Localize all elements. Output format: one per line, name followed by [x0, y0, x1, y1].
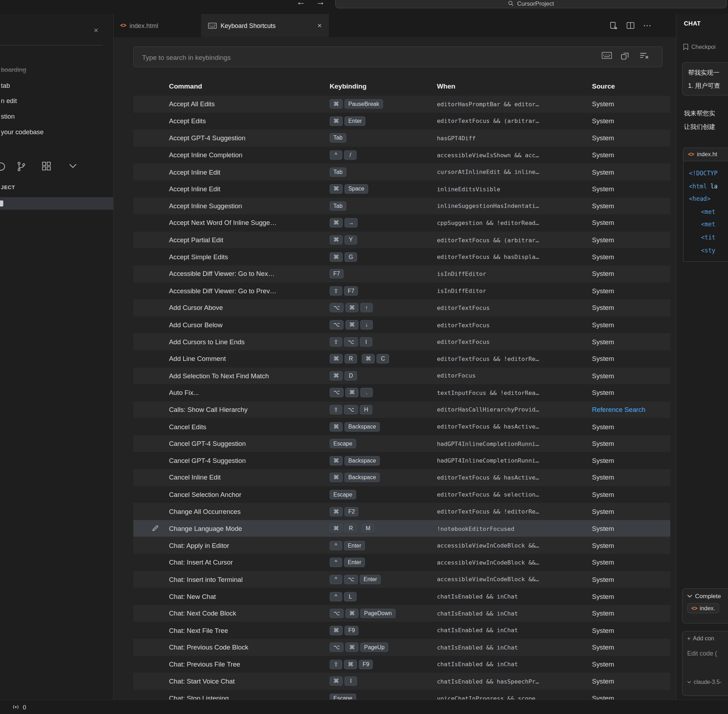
source-cell: System [592, 639, 668, 656]
key-chip: ⌥ [329, 643, 343, 652]
chat-input-box[interactable]: + Add con Edit code ( claude-3.5- [682, 631, 728, 696]
table-row[interactable]: Change All Occurrences⌘F2editorTextFocus… [133, 503, 671, 520]
key-chip: . [361, 388, 373, 398]
command-cell: Chat: New Chat [169, 588, 327, 605]
forward-arrow-icon[interactable]: → [316, 0, 325, 8]
table-row[interactable]: Accept Simple Edits⌘GeditorTextFocus && … [133, 248, 671, 265]
table-row[interactable]: Accept Inline Edit⌘SpaceinlineEditsVisib… [133, 181, 671, 198]
walkthrough-step[interactable]: tab [1, 78, 114, 93]
broadcast-icon[interactable] [12, 704, 20, 711]
code-line: <met [689, 218, 728, 231]
table-row[interactable]: Cancel Edits⌘BackspaceeditorTextFocus &&… [133, 418, 671, 435]
keybinding-cell: Escape [329, 486, 435, 503]
add-context-button[interactable]: + Add con [687, 635, 728, 641]
git-branch-icon[interactable] [17, 162, 26, 172]
key-chip: ⌘ [329, 507, 343, 516]
table-row[interactable]: Accept GPT-4 SuggestionTabhasGPT4DiffSys… [133, 130, 671, 147]
tab-index-html[interactable]: <> index.html [114, 14, 202, 37]
table-row[interactable]: Chat: Previous Code Block⌥⌘PageUpchatIsE… [133, 639, 671, 656]
key-chord: Escape [329, 439, 356, 448]
key-chip: R [344, 354, 357, 363]
table-row[interactable]: Cancel GPT-4 Suggestion⌘BackspacehadGPT4… [133, 452, 671, 469]
checkpoint-row[interactable]: Checkpoi [683, 44, 716, 50]
table-row[interactable]: Accessible Diff Viewer: Go to Prev…⇧F7is… [133, 282, 671, 299]
walkthrough-step[interactable]: your codebase [1, 124, 114, 140]
walkthrough-step[interactable]: n edit [1, 93, 114, 109]
key-chip: ^ [329, 592, 342, 601]
table-row[interactable]: Accessible Diff Viewer: Go to Nex…F7isIn… [133, 265, 671, 282]
table-row[interactable]: Accept Next Word Of Inline Sugge…⌘→cppSu… [133, 214, 671, 231]
completed-row[interactable]: Complete [687, 592, 728, 600]
chat-input-placeholder[interactable]: Edit code ( [687, 650, 728, 657]
table-row[interactable]: Auto Fix...⌥⌘.textInputFocus && !editorR… [133, 384, 671, 401]
key-chip: ↑ [361, 303, 373, 312]
table-row[interactable]: Chat: Next Code Block⌥⌘PageDownchatIsEna… [133, 605, 671, 622]
key-chip: ⇧ [329, 286, 342, 296]
file-chip[interactable]: <> index. [687, 603, 719, 614]
split-editor-icon[interactable] [626, 21, 635, 30]
command-cell: Accept Inline Edit [169, 164, 327, 181]
table-row[interactable]: Chat: Stop ListeningEscapevoiceChatInPro… [133, 690, 671, 700]
table-row[interactable]: Add Line Comment⌘R⌘CeditorTextFocus && !… [133, 350, 671, 367]
table-row[interactable]: Chat: Insert At Cursor^EnteraccessibleVi… [133, 554, 671, 571]
command-center-search[interactable]: CursorProject [335, 0, 726, 9]
key-chord: F7 [329, 269, 344, 278]
close-icon[interactable]: × [94, 26, 99, 35]
sidebar-selected-item[interactable] [0, 197, 114, 210]
user-message-line: 帮我实现一 [688, 66, 728, 80]
table-row[interactable]: Add Selection To Next Find Match⌘Deditor… [133, 367, 671, 384]
more-actions-icon[interactable]: ⋯ [643, 21, 652, 31]
table-row[interactable]: Accept All Edits⌘PauseBreakeditorHasProm… [133, 96, 671, 112]
circle-icon[interactable] [0, 162, 6, 172]
tab-bar: <> index.html Keyboard Shortcuts × ⋯ [114, 14, 676, 37]
table-row[interactable]: Cancel Inline Edit⌘BackspaceeditorTextFo… [133, 469, 671, 486]
table-row[interactable]: Accept Inline EditTabcursorAtInlineEdit … [133, 164, 671, 181]
tab-keyboard-shortcuts[interactable]: Keyboard Shortcuts × [202, 14, 329, 37]
key-chip: ⌘ [329, 371, 343, 380]
edit-keybinding-icon[interactable] [152, 525, 159, 532]
command-cell: Chat: Previous Code Block [169, 639, 327, 656]
table-row[interactable]: Chat: Insert into Terminal^⌥Enteraccessi… [133, 571, 671, 588]
when-cell: editorTextFocus && hasDispla… [437, 248, 590, 265]
table-row[interactable]: Chat: Previous File Tree⇧⌘F9chatIsEnable… [133, 656, 671, 673]
source-cell[interactable]: Reference Search [592, 401, 668, 418]
table-row[interactable]: Add Cursors to Line Ends⇧⌥IeditorTextFoc… [133, 333, 671, 350]
table-row[interactable]: Add Cursor Above⌥⌘↑editorTextFocusSystem [133, 299, 671, 316]
table-row[interactable]: Cancel GPT-4 SuggestionEscapehadGPT4Inli… [133, 435, 671, 452]
table-row[interactable]: Chat: Apply in Editor^EnteraccessibleVie… [133, 537, 671, 554]
table-row[interactable]: Calls: Show Call Hierarchy⇧⌥HeditorHasCa… [133, 401, 671, 418]
key-chord: ⌥⌘. [329, 388, 373, 398]
tab-chat[interactable]: CHAT [684, 20, 701, 27]
extensions-icon[interactable] [42, 162, 51, 171]
table-row[interactable]: Accept Edits⌘EntereditorTextFocus && (ar… [133, 112, 671, 130]
table-row[interactable]: Chat: New Chat^LchatIsEnabled && inChatS… [133, 588, 671, 605]
table-row[interactable]: Accept Inline SuggestionTabinlineSuggest… [133, 197, 671, 214]
code-block-header[interactable]: <> index.ht [683, 148, 728, 162]
close-icon[interactable]: × [317, 21, 322, 30]
sort-precedence-icon[interactable] [621, 52, 629, 61]
model-selector[interactable]: claude-3.5- [687, 679, 722, 685]
key-chip: ⌘ [344, 660, 357, 669]
table-row[interactable]: Accept Partial Edit⌘YeditorTextFocus && … [133, 231, 671, 248]
when-cell: inlineEditsVisible [437, 181, 590, 198]
search-input[interactable] [141, 47, 589, 68]
walkthrough-step[interactable]: stion [1, 109, 114, 124]
source-cell: System [592, 130, 668, 147]
open-json-icon[interactable] [610, 21, 618, 30]
key-chip: L [344, 592, 356, 601]
key-chip: Escape [329, 693, 356, 699]
table-row[interactable]: Chat: Next File Tree⌘F9chatIsEnabled && … [133, 622, 671, 639]
user-message-line: 1. 用户可查 [688, 80, 728, 92]
record-keys-icon[interactable] [602, 52, 612, 59]
table-row[interactable]: Accept Inline Completion^/accessibleView… [133, 147, 671, 164]
chevron-down-icon[interactable] [69, 163, 77, 169]
table-row[interactable]: Change Language Mode⌘RM!notebookEditorFo… [133, 520, 671, 537]
clear-search-icon[interactable] [640, 52, 649, 60]
table-row[interactable]: Cancel Selection AnchorEscapeeditorTextF… [133, 486, 671, 503]
command-cell: Add Cursor Above [169, 299, 327, 316]
table-row[interactable]: Add Cursor Below⌥⌘↓editorTextFocusSystem [133, 316, 671, 333]
table-row[interactable]: Chat: Start Voice Chat⌘IchatIsEnabled &&… [133, 673, 671, 690]
key-chip: F9 [344, 626, 359, 635]
back-arrow-icon[interactable]: ← [296, 0, 305, 8]
walkthrough-step[interactable]: boarding [1, 62, 114, 78]
